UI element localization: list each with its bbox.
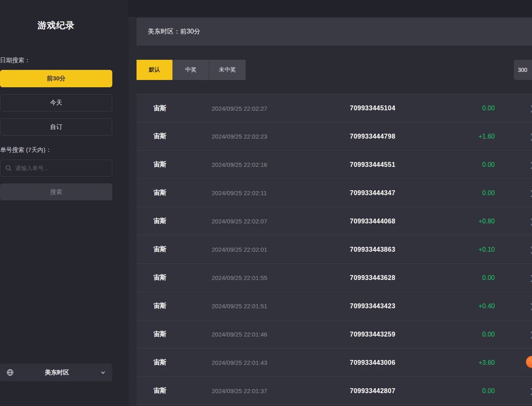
- amount-value: +0.10: [471, 246, 532, 253]
- timezone-selector[interactable]: 美东时区: [0, 364, 112, 381]
- order-number: 709933443259: [350, 331, 471, 338]
- record-time: 2024/09/25 22:02:27: [212, 105, 350, 112]
- table-row[interactable]: 宙斯 2024/09/25 22:01:46 709933443259 0.00…: [137, 320, 532, 349]
- amount-value: 0.00: [471, 161, 532, 168]
- order-search-box: [0, 160, 112, 177]
- order-number: 709933444068: [350, 218, 471, 225]
- main-content: 美东时区：前30分 默认 中奖 未中奖 300 宙斯 2024/09/25 22…: [128, 0, 532, 406]
- chevron-down-icon: [100, 370, 106, 375]
- tab-中奖[interactable]: 中奖: [173, 60, 209, 80]
- chevron-right-icon: ❯: [530, 273, 532, 282]
- order-number: 709933445104: [350, 105, 471, 112]
- game-name: 宙斯: [154, 302, 212, 310]
- date-filter-group: 前30分 今天 自订: [0, 70, 112, 136]
- date-search-label: 日期搜索：: [0, 57, 112, 64]
- order-number: 709933444798: [350, 133, 471, 140]
- chevron-right-icon: ❯: [530, 160, 532, 169]
- filter-summary-bar: 美东时区：前30分: [137, 18, 532, 46]
- filter-summary-text: 美东时区：前30分: [148, 27, 200, 36]
- game-name: 宙斯: [154, 104, 212, 113]
- game-name: 宙斯: [154, 160, 212, 169]
- tab-未中奖[interactable]: 未中奖: [209, 60, 246, 80]
- page-title: 游戏纪录: [0, 19, 112, 32]
- table-row[interactable]: 宙斯 2024/09/25 22:01:43 709933443006 +3.6…: [137, 349, 532, 377]
- table-row[interactable]: 宙斯 2024/09/25 22:02:23 709933444798 +1.6…: [137, 122, 532, 151]
- record-time: 2024/09/25 22:01:46: [212, 331, 350, 338]
- amount-value: 0.00: [471, 274, 532, 282]
- date-filter-button[interactable]: 前30分: [0, 70, 112, 87]
- page-size-button[interactable]: 300: [514, 60, 532, 80]
- game-name: 宙斯: [154, 245, 212, 254]
- order-number: 709933443423: [350, 303, 471, 310]
- chevron-right-icon: ❯: [530, 132, 532, 141]
- date-filter-button[interactable]: 今天: [0, 94, 112, 111]
- amount-value: +0.80: [471, 218, 532, 225]
- result-tabs: 默认 中奖 未中奖: [137, 60, 246, 80]
- game-name: 宙斯: [154, 273, 212, 282]
- tab-默认[interactable]: 默认: [137, 60, 173, 80]
- amount-value: +0.40: [471, 303, 532, 310]
- order-number: 709933444551: [350, 161, 471, 168]
- game-name: 宙斯: [154, 358, 212, 367]
- order-search-label: 单号搜索 (7天内)：: [0, 146, 112, 154]
- sidebar: 游戏纪录 日期搜索： 前30分 今天 自订 单号搜索 (7天内)： 搜索 美东时…: [0, 0, 128, 406]
- record-time: 2024/09/25 22:01:51: [212, 303, 350, 309]
- chevron-right-icon: ❯: [530, 245, 532, 254]
- chevron-right-icon: ❯: [530, 217, 532, 225]
- record-time: 2024/09/25 22:01:43: [212, 359, 350, 366]
- table-row[interactable]: 宙斯 2024/09/25 22:02:01 709933443863 +0.1…: [137, 236, 532, 264]
- record-time: 2024/09/25 22:02:01: [212, 246, 350, 253]
- search-button[interactable]: 搜索: [0, 183, 112, 200]
- game-name: 宙斯: [154, 132, 212, 141]
- date-filter-button[interactable]: 自订: [0, 118, 112, 136]
- record-time: 2024/09/25 22:01:55: [212, 274, 350, 281]
- table-row[interactable]: 宙斯 2024/09/25 22:01:55 709933443628 0.00…: [137, 264, 532, 292]
- timezone-label: 美东时区: [14, 369, 100, 377]
- order-number: 709933444347: [350, 189, 471, 197]
- order-number: 709933443863: [350, 246, 471, 253]
- amount-value: 0.00: [471, 387, 532, 395]
- amount-value: 0.00: [471, 105, 532, 112]
- amount-value: 0.00: [471, 189, 532, 197]
- amount-value: +1.60: [471, 133, 532, 140]
- records-table: 宙斯 2024/09/25 22:02:27 709933445104 0.00…: [137, 94, 532, 405]
- amount-value: +3.60: [471, 359, 532, 366]
- amount-value: 0.00: [471, 331, 532, 338]
- table-row[interactable]: 宙斯 2024/09/25 22:02:27 709933445104 0.00…: [137, 94, 532, 122]
- order-number: 709933443006: [350, 359, 471, 366]
- chevron-right-icon: ❯: [530, 330, 532, 339]
- chevron-right-icon: ❯: [530, 189, 532, 197]
- record-time: 2024/09/25 22:01:37: [212, 387, 350, 394]
- order-search-input[interactable]: [15, 165, 107, 171]
- table-row[interactable]: 宙斯 2024/09/25 22:02:11 709933444347 0.00…: [137, 179, 532, 207]
- record-time: 2024/09/25 22:02:11: [212, 189, 350, 196]
- table-row[interactable]: 宙斯 2024/09/25 22:02:07 709933444068 +0.8…: [137, 207, 532, 236]
- game-name: 宙斯: [154, 189, 212, 197]
- record-time: 2024/09/25 22:02:07: [212, 218, 350, 225]
- game-name: 宙斯: [154, 217, 212, 225]
- chevron-right-icon: ❯: [530, 104, 532, 113]
- record-time: 2024/09/25 22:02:16: [212, 161, 350, 168]
- record-time: 2024/09/25 22:02:23: [212, 133, 350, 140]
- order-number: 709933442807: [350, 387, 471, 395]
- chevron-right-icon: ❯: [530, 302, 532, 310]
- order-number: 709933443628: [350, 274, 471, 282]
- table-row[interactable]: 宙斯 2024/09/25 22:02:16 709933444551 0.00…: [137, 151, 532, 179]
- globe-icon: [6, 369, 14, 376]
- table-row[interactable]: 宙斯 2024/09/25 22:01:51 709933443423 +0.4…: [137, 292, 532, 320]
- chevron-right-icon: ❯: [530, 387, 532, 395]
- game-name: 宙斯: [154, 330, 212, 339]
- table-row[interactable]: 宙斯 2024/09/25 22:01:37 709933442807 0.00…: [137, 377, 532, 405]
- top-strip: [128, 0, 532, 17]
- search-icon: [5, 165, 12, 171]
- game-name: 宙斯: [154, 387, 212, 395]
